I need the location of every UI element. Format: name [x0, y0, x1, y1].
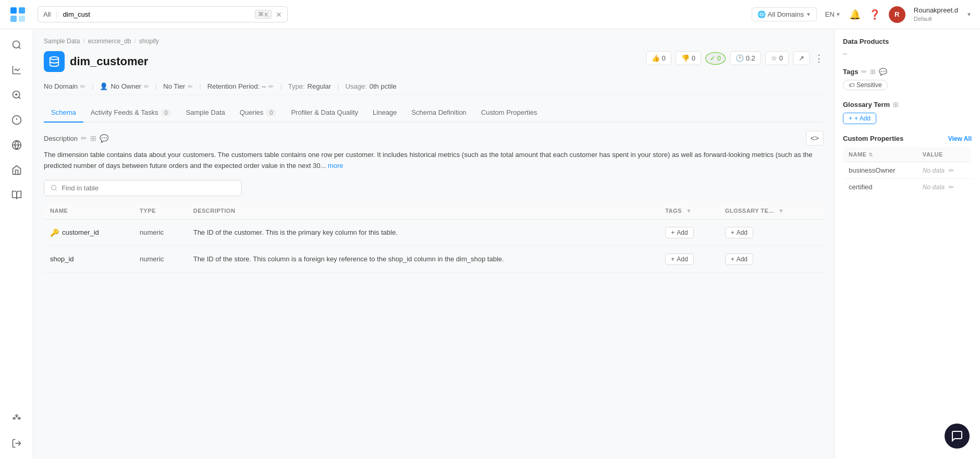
glossary-filter-icon[interactable]: ▼: [778, 208, 784, 214]
tags-list: 🏷 Sensitive: [843, 80, 972, 90]
tags-edit-button[interactable]: ✏: [861, 68, 867, 76]
description-chat-button[interactable]: 💬: [100, 134, 108, 142]
breadcrumb-sep-2: /: [134, 38, 136, 45]
check-button[interactable]: ✓ 0: [705, 52, 726, 65]
breadcrumb-shopify[interactable]: shopify: [139, 38, 159, 45]
custom-col-value: VALUE: [917, 147, 972, 162]
description-more-link[interactable]: more: [328, 162, 344, 170]
domain-selector[interactable]: 🌐 All Domains ▼: [752, 7, 817, 21]
meta-usage: Usage: 0th pctile: [345, 82, 396, 90]
thumbs-up-icon: 👍: [652, 54, 660, 62]
meta-sep-2: |: [155, 82, 157, 90]
owner-value: No Owner: [111, 82, 141, 90]
glossary-copy-button[interactable]: ⊞: [893, 101, 899, 108]
language-selector[interactable]: EN ▼: [825, 10, 841, 18]
tab-schema[interactable]: Schema: [44, 103, 83, 123]
tags-filter-icon[interactable]: ▼: [686, 208, 692, 214]
shop-id-glossary-add-button[interactable]: + Add: [725, 253, 753, 265]
search-clear-button[interactable]: ✕: [276, 10, 282, 19]
custom-prop-row: businessOwner No data ✏: [843, 162, 972, 179]
user-chevron-icon[interactable]: ▼: [966, 11, 972, 17]
sidebar-item-analytics[interactable]: [5, 58, 28, 81]
breadcrumb-sample-data[interactable]: Sample Data: [44, 38, 80, 45]
tab-schema-label: Schema: [51, 108, 76, 116]
sidebar-item-knowledge[interactable]: [5, 184, 28, 207]
share-button[interactable]: ↗: [793, 51, 810, 65]
search-all-selector[interactable]: All: [43, 10, 51, 18]
thumbs-down-icon: 👎: [681, 54, 690, 62]
description-edit-button[interactable]: ✏: [81, 134, 87, 142]
app-logo[interactable]: [8, 5, 27, 24]
schema-table: NAME TYPE DESCRIPTION TAGS ▼ GLOSSARY TE…: [44, 202, 824, 273]
upvote-button[interactable]: 👍 0: [646, 51, 671, 65]
help-button[interactable]: ❓: [869, 9, 880, 20]
tag-icon: 🏷: [849, 82, 854, 88]
tab-activity[interactable]: Activity Feeds & Tasks 0: [83, 103, 179, 123]
tags-chat-button[interactable]: 💬: [879, 68, 887, 76]
tab-queries-badge: 0: [266, 109, 276, 116]
search-bar: All | ⌘ K ✕: [38, 6, 288, 22]
type-value: Regular: [308, 82, 332, 90]
sidebar-item-logout[interactable]: [5, 432, 28, 455]
code-toggle-button[interactable]: <>: [806, 131, 824, 146]
description-copy-button[interactable]: ⊞: [90, 134, 96, 142]
panel-glossary: Glossary Term ⊞ + + Add: [843, 101, 972, 124]
col-header-name: NAME: [44, 202, 133, 220]
glossary-add-button[interactable]: + + Add: [843, 113, 876, 124]
sidebar-item-pipelines[interactable]: [5, 407, 28, 430]
downvote-button[interactable]: 👎 0: [676, 51, 701, 65]
domain-label: All Domains: [768, 10, 804, 18]
notifications-button[interactable]: 🔔: [849, 9, 861, 20]
share-icon: ↗: [799, 54, 804, 62]
sidebar-item-insights[interactable]: [5, 108, 28, 131]
chevron-down-icon: ▼: [836, 11, 841, 17]
search-input[interactable]: [63, 10, 251, 18]
shop-id-tags-add-button[interactable]: + Add: [665, 253, 693, 265]
tab-lineage[interactable]: Lineage: [365, 103, 404, 123]
find-in-table-input[interactable]: [62, 184, 235, 192]
cell-customer-id-type: numeric: [133, 219, 187, 246]
svg-rect-1: [19, 7, 25, 14]
plus-icon: +: [671, 229, 675, 236]
custom-prop-name-1: businessOwner: [843, 162, 917, 179]
retention-edit-icon[interactable]: ✏: [268, 83, 274, 90]
tab-profiler[interactable]: Profiler & Data Quality: [284, 103, 365, 123]
sidebar-item-search[interactable]: [5, 33, 28, 56]
owner-edit-icon[interactable]: ✏: [144, 83, 149, 90]
plus-icon: +: [849, 115, 852, 122]
customer-id-tags-add-button[interactable]: + Add: [665, 227, 693, 238]
chat-fab-button[interactable]: [945, 424, 970, 449]
user-info: Rounakpreet.d Default: [914, 6, 958, 22]
custom-prop-edit-1[interactable]: ✏: [949, 167, 954, 174]
check-icon: ✓: [710, 55, 715, 62]
clock-button[interactable]: 🕐 0.2: [730, 51, 761, 65]
tab-queries[interactable]: Queries 0: [232, 103, 284, 123]
plus-icon: +: [671, 256, 675, 263]
sidebar-item-governance[interactable]: [5, 159, 28, 182]
star-button[interactable]: ☆ 0: [765, 51, 789, 65]
tab-sample-data[interactable]: Sample Data: [179, 103, 232, 123]
tier-edit-icon[interactable]: ✏: [188, 83, 193, 90]
sidebar-item-domains[interactable]: [5, 134, 28, 156]
tags-copy-button[interactable]: ⊞: [870, 68, 876, 76]
sidebar-item-explore[interactable]: [5, 83, 28, 106]
domain-edit-icon[interactable]: ✏: [80, 83, 85, 90]
cell-shop-id-name: shop_id: [44, 246, 133, 272]
tab-schema-def-label: Schema Definition: [411, 108, 467, 116]
tab-sample-data-label: Sample Data: [186, 108, 225, 116]
usage-value: 0th pctile: [370, 82, 397, 90]
col-header-glossary: GLOSSARY TE... ▼: [719, 202, 824, 220]
customer-id-glossary-add-button[interactable]: + Add: [725, 227, 753, 238]
breadcrumb-ecommerce[interactable]: ecommerce_db: [88, 38, 131, 45]
tab-schema-definition[interactable]: Schema Definition: [404, 103, 474, 123]
cell-customer-id-tags: + Add: [659, 219, 718, 246]
metadata-row: No Domain ✏ | 👤 No Owner ✏ | No Tier ✏ |…: [44, 78, 824, 95]
more-button[interactable]: ⋮: [814, 53, 824, 64]
custom-prop-edit-2[interactable]: ✏: [949, 184, 954, 191]
tab-custom-properties[interactable]: Custom Properties: [474, 103, 545, 123]
custom-props-view-all[interactable]: View All: [948, 135, 972, 142]
user-name: Rounakpreet.d: [914, 6, 958, 15]
svg-point-13: [13, 417, 15, 419]
check-count: 0: [717, 55, 721, 62]
downvote-count: 0: [692, 54, 695, 62]
